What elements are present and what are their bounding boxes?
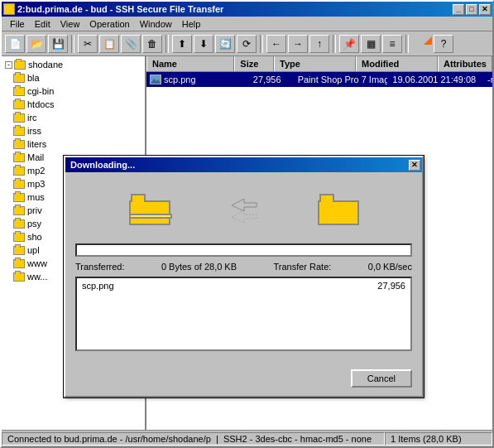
dest-folder-icon [318,194,359,225]
status-connection: Connected to bud.prima.de - /usr/home/sh… [2,432,385,446]
rate-value: 0,0 KB/sec [368,262,412,272]
tb-back[interactable]: ← [266,35,286,53]
tb-sep1 [71,35,74,53]
tb-refresh[interactable]: 🔄 [215,35,235,53]
transfer-info: Transferred: 0 Bytes of 28,0 KB Transfer… [75,262,412,272]
main-window: 2:bud.prima.de - bud - SSH Secure File T… [0,0,494,448]
progress-bar-container [75,243,412,257]
source-folder-icon [129,194,170,225]
title-bar-left: 2:bud.prima.de - bud - SSH Secure File T… [3,3,223,15]
menu-view[interactable]: View [55,18,85,30]
menu-edit[interactable]: Edit [30,18,55,30]
tb-sync[interactable]: ⟳ [237,35,257,53]
transferred-value: 0 Bytes of 28,0 KB [161,262,237,272]
dialog-close-button[interactable]: ✕ [409,160,420,171]
menu-help[interactable]: Help [177,18,206,30]
tb-sep5 [405,35,409,53]
transfer-arrow-icon [228,199,261,229]
transfer-file-name: scp.png [82,281,114,291]
menu-operation[interactable]: Operation [84,18,134,30]
svg-marker-3 [232,199,257,211]
tb-paste[interactable]: 📎 [121,35,141,53]
dest-folder-area [318,194,359,225]
tb-help[interactable]: ? [434,35,453,53]
source-folder-area [129,194,170,225]
transfer-file-size: 27,956 [377,281,405,291]
tb-view2[interactable]: ≡ [382,35,402,53]
dialog-footer: Cancel [65,364,422,396]
maximize-button[interactable]: □ [466,4,477,15]
menu-bar: File Edit View Operation Window Help [2,17,492,31]
transfer-animation [75,181,412,238]
toolbar: 📄 📂 💾 ✂ 📋 📎 🗑 ⬆ ⬇ 🔄 ⟳ ← → ↑ 📌 ▦ ≡ ? [2,31,492,56]
menu-file[interactable]: File [5,18,30,30]
close-button[interactable]: ✕ [479,4,491,15]
tb-upload[interactable]: ⬆ [172,35,192,53]
status-bar: Connected to bud.prima.de - /usr/home/sh… [2,430,492,446]
tb-forward[interactable]: → [288,35,308,53]
dialog-title: Downloading... [67,160,135,170]
menu-window[interactable]: Window [135,18,177,30]
tb-copy[interactable]: 📋 [99,35,119,53]
svg-marker-4 [232,210,257,223]
title-bar-buttons: _ □ ✕ [453,4,491,15]
tb-sep4 [333,35,336,53]
tb-up[interactable]: ↑ [309,35,329,53]
tb-arrow-indicator [412,35,432,53]
download-dialog: Downloading... ✕ [64,156,424,397]
dialog-body: Transferred: 0 Bytes of 28,0 KB Transfer… [65,172,422,364]
file-transfer-list: scp.png 27,956 [75,277,412,351]
tb-sep2 [165,35,169,53]
tb-delete[interactable]: 🗑 [142,35,162,53]
status-connection-text: Connected to bud.prima.de - /usr/home/sh… [7,434,372,444]
tb-new[interactable]: 📄 [5,35,25,53]
status-items: 1 Items (28,0 KB) [385,432,492,446]
tb-download[interactable]: ⬇ [194,35,213,53]
minimize-button[interactable]: _ [453,4,464,15]
tb-view1[interactable]: ▦ [361,35,381,53]
title-bar: 2:bud.prima.de - bud - SSH Secure File T… [2,2,492,17]
tb-open[interactable]: 📂 [26,35,46,53]
window-title: 2:bud.prima.de - bud - SSH Secure File T… [17,4,223,14]
main-content: - shodane bla cgi-bin htdocs [2,56,492,430]
tb-properties[interactable]: 📌 [339,35,359,53]
tb-sep3 [260,35,263,53]
file-transfer-row: scp.png 27,956 [79,280,409,291]
flying-paper-svg [228,199,261,224]
modal-overlay: Downloading... ✕ [2,56,492,430]
transferred-label: Transferred: [75,262,125,272]
tb-save[interactable]: 💾 [48,35,68,53]
app-icon [3,3,15,15]
dialog-title-bar: Downloading... ✕ [65,157,422,172]
tb-cut[interactable]: ✂ [78,35,98,53]
rate-label: Transfer Rate: [273,262,331,272]
cancel-button[interactable]: Cancel [351,369,412,388]
